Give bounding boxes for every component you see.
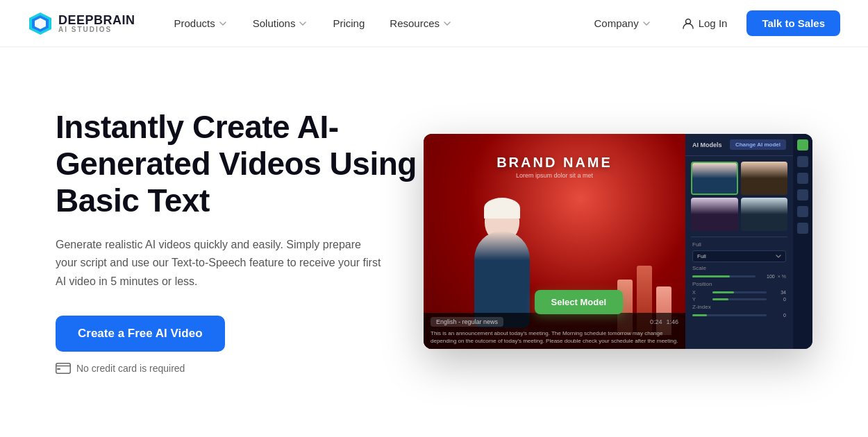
nav-item-pricing[interactable]: Pricing [322, 12, 376, 35]
hero-section: Instantly Create AI-Generated Videos Usi… [0, 47, 868, 422]
login-button[interactable]: Log In [671, 12, 739, 35]
mockup-video-area: BRAND NAME Lorem ipsum dolor sit a met [424, 134, 685, 349]
select-model-label: Select Model [551, 297, 606, 307]
mockup-brand: BRAND NAME Lorem ipsum dolor sit a met [496, 155, 612, 179]
company-label: Company [594, 17, 638, 29]
y-value: 0 [769, 297, 786, 302]
x-value: 34 [769, 290, 786, 295]
change-model-button[interactable]: Change AI model [730, 139, 786, 150]
model-face-1 [692, 163, 737, 194]
navbar-left: DEEPBRAIN AI STUDIOS Products Solutions … [28, 11, 463, 36]
chevron-down-icon-2 [298, 19, 308, 28]
video-bottom-bar: English - regular news 0:24 1:46 This is… [424, 313, 685, 349]
sidebar-size-dropdown[interactable]: Full [692, 250, 786, 262]
hero-title: Instantly Create AI-Generated Videos Usi… [56, 109, 417, 219]
lang-badge: English - regular news [431, 317, 503, 327]
strip-icon-4[interactable] [797, 189, 808, 200]
slider-fill-z [692, 314, 707, 316]
no-credit-card-notice: No credit card is required [56, 363, 417, 374]
scale-label: Scale [692, 265, 786, 271]
slider-fill-scale [692, 275, 730, 277]
talk-sales-label: Talk to Sales [762, 17, 825, 29]
slider-track-x[interactable] [712, 291, 767, 293]
brand-name: BRAND NAME [496, 155, 612, 171]
login-label: Log In [699, 17, 728, 29]
scale-value: 100 [758, 274, 775, 279]
model-face-3 [691, 198, 738, 231]
company-menu-button[interactable]: Company [583, 12, 662, 35]
model-thumb-2[interactable] [741, 162, 788, 195]
nav-label-products: Products [174, 17, 215, 29]
model-face-4 [741, 198, 788, 231]
strip-icon-1[interactable] [797, 139, 808, 151]
sidebar-header: AI Models Change AI model [685, 134, 793, 156]
strip-icon-3[interactable] [797, 173, 808, 184]
model-thumb-1[interactable] [691, 162, 738, 195]
nav-label-resources: Resources [390, 17, 440, 29]
hero-content: Instantly Create AI-Generated Videos Usi… [56, 109, 417, 374]
svg-rect-6 [57, 368, 60, 370]
mockup-sidebar: AI Models Change AI model [685, 134, 793, 349]
sidebar-controls: Full Full Scale 100 × % Position [685, 237, 793, 324]
dropdown-arrow-icon [776, 254, 781, 259]
script-text: This is an announcement about today's me… [431, 329, 678, 345]
strip-icon-5[interactable] [797, 206, 808, 217]
y-label: Y [692, 297, 710, 302]
nav-label-pricing: Pricing [333, 17, 365, 29]
navbar-right: Company Log In Talk to Sales [583, 10, 840, 36]
chevron-down-icon [218, 19, 228, 28]
scale-percent: × % [778, 274, 786, 279]
time-total: 1:46 [666, 318, 678, 325]
select-model-button[interactable]: Select Model [535, 290, 623, 314]
logo-ai-studios: AI STUDIOS [58, 26, 135, 33]
no-credit-label: No credit card is required [76, 363, 185, 374]
brand-sub: Lorem ipsum dolor sit a met [496, 172, 612, 179]
navbar: DEEPBRAIN AI STUDIOS Products Solutions … [0, 0, 868, 47]
logo[interactable]: DEEPBRAIN AI STUDIOS [28, 11, 135, 36]
nav-menu: Products Solutions Pricing Resources [163, 12, 463, 35]
z-value: 0 [769, 313, 786, 318]
logo-icon [28, 11, 53, 36]
slider-fill-x [712, 291, 734, 293]
logo-deepbrain: DEEPBRAIN [58, 14, 135, 26]
chevron-down-icon-company [642, 19, 651, 28]
scale-slider: 100 × % [692, 274, 786, 279]
slider-track-z[interactable] [692, 314, 767, 316]
x-label: X [692, 290, 710, 295]
time-elapsed: 0:24 [650, 318, 662, 325]
model-thumb-3[interactable] [691, 198, 738, 231]
slider-track-scale[interactable] [692, 275, 756, 277]
z-slider-row: 0 [692, 313, 786, 318]
credit-card-icon [56, 363, 71, 374]
nav-item-resources[interactable]: Resources [378, 12, 463, 35]
strip-icon-6[interactable] [797, 223, 808, 234]
z-index-label: Z-index [692, 304, 786, 310]
logo-text: DEEPBRAIN AI STUDIOS [58, 14, 135, 33]
mockup-main: BRAND NAME Lorem ipsum dolor sit a met [424, 134, 812, 349]
slider-track-y[interactable] [712, 298, 767, 300]
position-label: Position [692, 281, 786, 287]
nav-item-solutions[interactable]: Solutions [242, 12, 319, 35]
talk-to-sales-button[interactable]: Talk to Sales [746, 10, 840, 36]
create-free-video-button[interactable]: Create a Free AI Video [56, 316, 225, 352]
hero-description: Generate realistic AI videos quickly and… [56, 236, 382, 291]
model-face-2 [741, 162, 788, 195]
strip-icon-2[interactable] [797, 156, 808, 167]
icons-strip [793, 134, 812, 349]
sidebar-size-label: Full [692, 241, 786, 248]
nav-item-products[interactable]: Products [163, 12, 239, 35]
x-slider-row: X 34 [692, 290, 786, 295]
product-mockup: BRAND NAME Lorem ipsum dolor sit a met [424, 134, 812, 349]
user-icon [682, 17, 694, 30]
model-grid [685, 156, 793, 237]
presenter-hair [484, 198, 520, 218]
sidebar-title: AI Models [692, 142, 722, 148]
chevron-down-icon-3 [442, 19, 452, 28]
lang-row: English - regular news 0:24 1:46 [431, 317, 678, 327]
nav-label-solutions: Solutions [253, 17, 296, 29]
slider-fill-y [712, 298, 728, 300]
model-thumb-4[interactable] [741, 198, 788, 231]
cta-label: Create a Free AI Video [78, 327, 203, 341]
y-slider-row: Y 0 [692, 297, 786, 302]
